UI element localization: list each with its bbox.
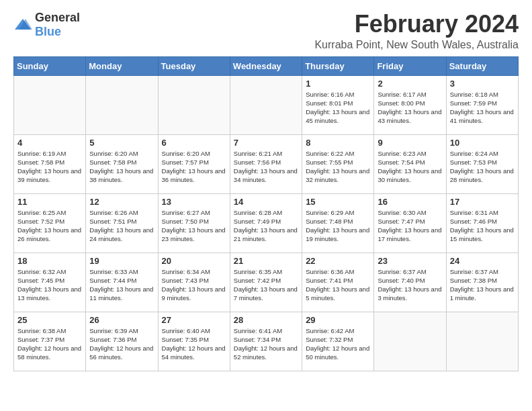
day-detail: Sunrise: 6:35 AMSunset: 7:42 PMDaylight:… (234, 267, 298, 303)
day-detail: Sunrise: 6:16 AMSunset: 8:01 PMDaylight:… (306, 90, 370, 126)
day-number: 2 (378, 79, 442, 89)
calendar-week-row: 4Sunrise: 6:19 AMSunset: 7:58 PMDaylight… (14, 134, 519, 193)
logo: General Blue (13, 11, 80, 39)
day-detail: Sunrise: 6:30 AMSunset: 7:47 PMDaylight:… (378, 208, 442, 244)
calendar-table: Sunday Monday Tuesday Wednesday Thursday… (13, 56, 519, 371)
table-row (86, 75, 158, 134)
day-number: 28 (234, 315, 298, 325)
location-title: Kurraba Point, New South Wales, Australi… (314, 39, 519, 51)
day-detail: Sunrise: 6:25 AMSunset: 7:52 PMDaylight:… (17, 208, 82, 244)
day-detail: Sunrise: 6:38 AMSunset: 7:37 PMDaylight:… (17, 326, 82, 362)
table-row: 29Sunrise: 6:42 AMSunset: 7:32 PMDayligh… (302, 312, 374, 371)
table-row: 6Sunrise: 6:20 AMSunset: 7:57 PMDaylight… (158, 134, 230, 193)
table-row: 12Sunrise: 6:26 AMSunset: 7:51 PMDayligh… (86, 193, 158, 253)
day-detail: Sunrise: 6:41 AMSunset: 7:34 PMDaylight:… (234, 326, 298, 362)
calendar-week-row: 1Sunrise: 6:16 AMSunset: 8:01 PMDaylight… (14, 75, 519, 134)
table-row: 13Sunrise: 6:27 AMSunset: 7:50 PMDayligh… (158, 193, 230, 253)
table-row: 19Sunrise: 6:33 AMSunset: 7:44 PMDayligh… (86, 253, 158, 312)
logo-wordmark: General Blue (35, 11, 80, 39)
day-number: 11 (17, 197, 82, 207)
header-tuesday: Tuesday (158, 56, 230, 75)
day-number: 14 (234, 197, 298, 207)
day-number: 21 (234, 256, 298, 266)
day-number: 16 (378, 197, 442, 207)
table-row: 11Sunrise: 6:25 AMSunset: 7:52 PMDayligh… (14, 193, 86, 253)
day-number: 7 (234, 138, 298, 148)
calendar-week-row: 11Sunrise: 6:25 AMSunset: 7:52 PMDayligh… (14, 193, 519, 253)
day-detail: Sunrise: 6:39 AMSunset: 7:36 PMDaylight:… (89, 326, 154, 362)
table-row (230, 75, 302, 134)
generalblue-logo-icon (13, 17, 32, 32)
day-number: 13 (162, 197, 226, 207)
header-saturday: Saturday (446, 56, 518, 75)
table-row: 1Sunrise: 6:16 AMSunset: 8:01 PMDaylight… (302, 75, 374, 134)
header-monday: Monday (86, 56, 158, 75)
page-header: General Blue February 2024 Kurraba Point… (13, 11, 519, 51)
day-detail: Sunrise: 6:33 AMSunset: 7:44 PMDaylight:… (89, 267, 154, 303)
table-row: 20Sunrise: 6:34 AMSunset: 7:43 PMDayligh… (158, 253, 230, 312)
day-detail: Sunrise: 6:20 AMSunset: 7:57 PMDaylight:… (162, 149, 226, 185)
table-row: 22Sunrise: 6:36 AMSunset: 7:41 PMDayligh… (302, 253, 374, 312)
day-number: 17 (450, 197, 515, 207)
table-row: 25Sunrise: 6:38 AMSunset: 7:37 PMDayligh… (14, 312, 86, 371)
table-row: 16Sunrise: 6:30 AMSunset: 7:47 PMDayligh… (374, 193, 446, 253)
day-detail: Sunrise: 6:40 AMSunset: 7:35 PMDaylight:… (162, 326, 226, 362)
day-number: 3 (450, 79, 515, 89)
day-number: 23 (378, 256, 442, 266)
day-detail: Sunrise: 6:28 AMSunset: 7:49 PMDaylight:… (234, 208, 298, 244)
day-detail: Sunrise: 6:23 AMSunset: 7:54 PMDaylight:… (378, 149, 442, 185)
day-detail: Sunrise: 6:17 AMSunset: 8:00 PMDaylight:… (378, 90, 442, 126)
table-row (158, 75, 230, 134)
table-row: 10Sunrise: 6:24 AMSunset: 7:53 PMDayligh… (446, 134, 518, 193)
day-number: 6 (162, 138, 226, 148)
day-number: 19 (89, 256, 154, 266)
day-detail: Sunrise: 6:32 AMSunset: 7:45 PMDaylight:… (17, 267, 82, 303)
day-detail: Sunrise: 6:27 AMSunset: 7:50 PMDaylight:… (162, 208, 226, 244)
logo-general: General (35, 11, 80, 24)
header-sunday: Sunday (14, 56, 86, 75)
table-row: 18Sunrise: 6:32 AMSunset: 7:45 PMDayligh… (14, 253, 86, 312)
table-row: 14Sunrise: 6:28 AMSunset: 7:49 PMDayligh… (230, 193, 302, 253)
day-number: 26 (89, 315, 154, 325)
table-row: 21Sunrise: 6:35 AMSunset: 7:42 PMDayligh… (230, 253, 302, 312)
day-detail: Sunrise: 6:19 AMSunset: 7:58 PMDaylight:… (17, 149, 82, 185)
table-row: 28Sunrise: 6:41 AMSunset: 7:34 PMDayligh… (230, 312, 302, 371)
table-row: 26Sunrise: 6:39 AMSunset: 7:36 PMDayligh… (86, 312, 158, 371)
title-area: February 2024 Kurraba Point, New South W… (314, 11, 519, 51)
day-number: 29 (306, 315, 370, 325)
day-number: 27 (162, 315, 226, 325)
day-number: 12 (89, 197, 154, 207)
day-number: 15 (306, 197, 370, 207)
table-row: 15Sunrise: 6:29 AMSunset: 7:48 PMDayligh… (302, 193, 374, 253)
table-row: 3Sunrise: 6:18 AMSunset: 7:59 PMDaylight… (446, 75, 518, 134)
day-detail: Sunrise: 6:37 AMSunset: 7:38 PMDaylight:… (450, 267, 515, 303)
day-detail: Sunrise: 6:42 AMSunset: 7:32 PMDaylight:… (306, 326, 370, 362)
day-detail: Sunrise: 6:18 AMSunset: 7:59 PMDaylight:… (450, 90, 515, 126)
table-row: 2Sunrise: 6:17 AMSunset: 8:00 PMDaylight… (374, 75, 446, 134)
table-row (446, 312, 518, 371)
table-row (374, 312, 446, 371)
day-number: 8 (306, 138, 370, 148)
day-number: 1 (306, 79, 370, 89)
table-row: 17Sunrise: 6:31 AMSunset: 7:46 PMDayligh… (446, 193, 518, 253)
day-detail: Sunrise: 6:29 AMSunset: 7:48 PMDaylight:… (306, 208, 370, 244)
day-number: 10 (450, 138, 515, 148)
weekday-header-row: Sunday Monday Tuesday Wednesday Thursday… (14, 56, 519, 75)
table-row: 8Sunrise: 6:22 AMSunset: 7:55 PMDaylight… (302, 134, 374, 193)
table-row (14, 75, 86, 134)
day-detail: Sunrise: 6:34 AMSunset: 7:43 PMDaylight:… (162, 267, 226, 303)
day-number: 24 (450, 256, 515, 266)
day-number: 20 (162, 256, 226, 266)
day-number: 9 (378, 138, 442, 148)
day-number: 18 (17, 256, 82, 266)
table-row: 27Sunrise: 6:40 AMSunset: 7:35 PMDayligh… (158, 312, 230, 371)
day-detail: Sunrise: 6:26 AMSunset: 7:51 PMDaylight:… (89, 208, 154, 244)
month-title: February 2024 (314, 11, 519, 38)
header-friday: Friday (374, 56, 446, 75)
day-detail: Sunrise: 6:36 AMSunset: 7:41 PMDaylight:… (306, 267, 370, 303)
day-number: 25 (17, 315, 82, 325)
table-row: 24Sunrise: 6:37 AMSunset: 7:38 PMDayligh… (446, 253, 518, 312)
day-detail: Sunrise: 6:22 AMSunset: 7:55 PMDaylight:… (306, 149, 370, 185)
table-row: 5Sunrise: 6:20 AMSunset: 7:58 PMDaylight… (86, 134, 158, 193)
calendar-week-row: 18Sunrise: 6:32 AMSunset: 7:45 PMDayligh… (14, 253, 519, 312)
